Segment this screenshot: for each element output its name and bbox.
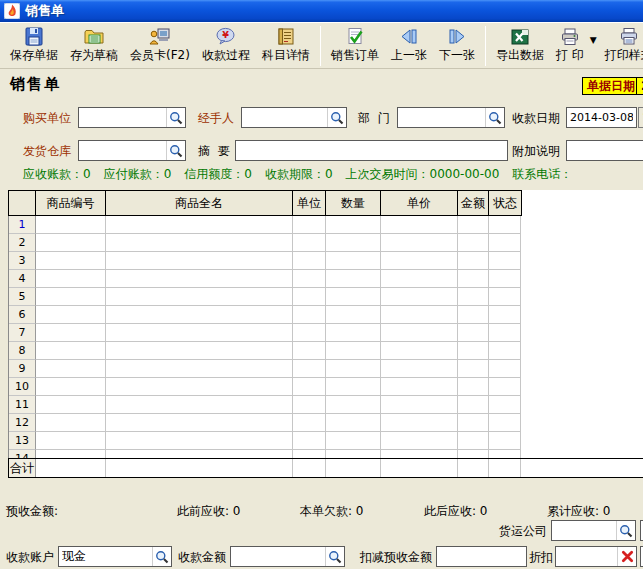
buyer-lookup-button[interactable] [166,108,185,127]
grid-cell[interactable] [326,306,381,324]
grid-cell[interactable] [489,432,521,450]
grid-cell[interactable] [293,306,326,324]
grid-cell[interactable] [458,216,489,234]
freight-company-input[interactable] [552,520,616,541]
row-number[interactable]: 9 [9,360,36,378]
grid-cell[interactable] [293,252,326,270]
toolbar-button-export[interactable]: 导出数据 [490,21,550,66]
grid-cell[interactable] [293,288,326,306]
grid-cell[interactable] [106,270,293,288]
toolbar-button-member-card[interactable]: 会员卡(F2) [124,21,196,66]
grid-cell[interactable] [36,450,106,458]
row-number[interactable]: 14 [9,450,36,458]
grid-cell[interactable] [106,396,293,414]
toolbar-button-payment-process[interactable]: ¥ 收款过程 [196,21,256,66]
warehouse-input[interactable] [79,140,166,161]
row-number[interactable]: 2 [9,234,36,252]
grid-cell[interactable] [293,432,326,450]
grid-cell[interactable] [489,378,521,396]
grid-cell[interactable] [36,270,106,288]
discount-clear-button[interactable] [617,547,636,566]
toolbar-button-sales-order[interactable]: 销售订单 [325,21,385,66]
grid-cell[interactable] [458,396,489,414]
grid-cell[interactable] [326,270,381,288]
department-lookup-button[interactable] [485,108,504,127]
grid-cell[interactable] [458,324,489,342]
grid-cell[interactable] [326,414,381,432]
row-number[interactable]: 13 [9,432,36,450]
grid-cell[interactable] [458,378,489,396]
grid-cell[interactable] [489,234,521,252]
grid-cell[interactable] [36,324,106,342]
grid-cell[interactable] [106,216,293,234]
grid-cell[interactable] [293,324,326,342]
grid-cell[interactable] [106,288,293,306]
grid-cell[interactable] [36,396,106,414]
grid-cell[interactable] [36,216,106,234]
row-number[interactable]: 10 [9,378,36,396]
grid-cell[interactable] [293,396,326,414]
handler-input[interactable] [242,107,327,128]
grid-cell[interactable] [489,342,521,360]
grid-cell[interactable] [489,216,521,234]
grid-cell[interactable] [489,324,521,342]
grid-cell[interactable] [489,288,521,306]
grid-cell[interactable] [381,234,458,252]
grid-cell[interactable] [381,450,458,458]
buyer-input[interactable] [79,107,166,128]
payment-date-input[interactable] [567,107,636,128]
grid-cell[interactable] [458,342,489,360]
grid-cell[interactable] [106,342,293,360]
grid-cell[interactable] [381,432,458,450]
grid-cell[interactable] [106,414,293,432]
grid-cell[interactable] [293,216,326,234]
row-number[interactable]: 7 [9,324,36,342]
grid-cell[interactable] [458,288,489,306]
grid-cell[interactable] [106,252,293,270]
row-number[interactable]: 3 [9,252,36,270]
grid-cell[interactable] [36,306,106,324]
summary-input[interactable] [236,140,507,161]
grid-cell[interactable] [489,450,521,458]
grid-cell[interactable] [293,270,326,288]
grid-cell[interactable] [489,270,521,288]
grid-cell[interactable] [106,432,293,450]
grid-cell[interactable] [106,324,293,342]
grid-cell[interactable] [326,252,381,270]
grid-cell[interactable] [458,252,489,270]
payment-amount-lookup-button[interactable] [325,547,344,566]
row-number[interactable]: 8 [9,342,36,360]
grid-cell[interactable] [36,360,106,378]
grid-cell[interactable] [381,306,458,324]
grid-cell[interactable] [293,234,326,252]
toolbar-button-print-style[interactable]: 打印样式 [599,21,643,66]
freight-lookup-button[interactable] [616,521,635,540]
discount-input[interactable] [556,546,617,567]
grid-cell[interactable] [293,342,326,360]
grid-cell[interactable] [36,378,106,396]
grid-cell[interactable] [326,396,381,414]
row-number[interactable]: 6 [9,306,36,324]
grid-cell[interactable] [36,432,106,450]
row-number[interactable]: 4 [9,270,36,288]
toolbar-button-subject-detail[interactable]: 科目详情 [256,21,316,66]
grid-cell[interactable] [106,306,293,324]
grid-cell[interactable] [36,342,106,360]
grid-cell[interactable] [36,252,106,270]
row-number[interactable]: 11 [9,396,36,414]
grid-cell[interactable] [489,396,521,414]
toolbar-button-draft[interactable]: 存为草稿 [64,21,124,66]
grid-cell[interactable] [293,378,326,396]
payment-date-dropdown-button[interactable]: ▼ [638,107,643,128]
grid-cell[interactable] [36,288,106,306]
grid-cell[interactable] [36,234,106,252]
payment-account-input[interactable] [59,546,152,567]
grid-cell[interactable] [381,396,458,414]
grid-cell[interactable] [381,324,458,342]
grid-cell[interactable] [326,234,381,252]
grid-cell[interactable] [326,378,381,396]
grid-cell[interactable] [381,270,458,288]
grid-cell[interactable] [326,432,381,450]
row-number[interactable]: 5 [9,288,36,306]
grid-cell[interactable] [458,432,489,450]
